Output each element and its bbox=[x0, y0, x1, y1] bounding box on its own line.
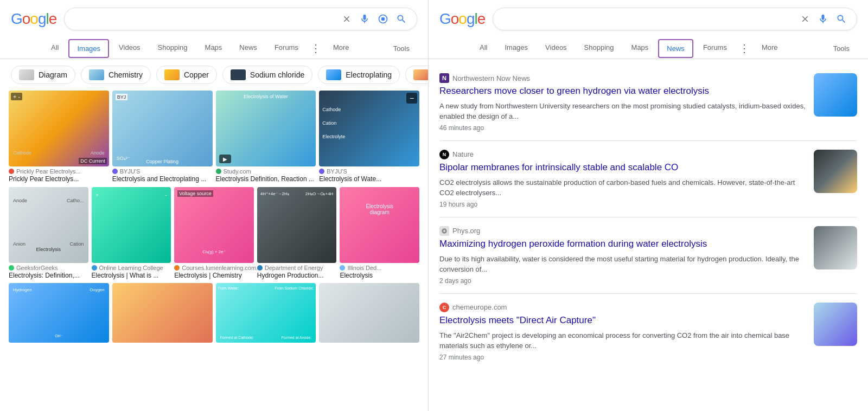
news-desc-4: The "Air2Chem" project is developing an … bbox=[439, 330, 806, 351]
left-google-logo[interactable]: Google bbox=[11, 10, 56, 28]
right-header: Google electrolysis bbox=[429, 0, 868, 36]
image-item-7[interactable]: Voltage source Cl₂(g) + 2e⁻ Courses.lume… bbox=[174, 187, 254, 280]
left-filter-chips: Diagram Chemistry Copper Sodium chloride… bbox=[0, 59, 428, 91]
chip-diagram-label: Diagram bbox=[39, 70, 67, 79]
chip-diagram-img bbox=[19, 69, 34, 80]
left-search-button[interactable] bbox=[395, 12, 408, 25]
news-title-3[interactable]: Maximizing hydrogen peroxide formation d… bbox=[439, 238, 806, 251]
minus-icon[interactable]: − bbox=[406, 93, 417, 104]
right-clear-button[interactable] bbox=[799, 13, 811, 25]
right-google-logo[interactable]: Google bbox=[439, 10, 485, 28]
news-desc-2: CO2 electrolysis allows the sustainable … bbox=[439, 177, 806, 198]
right-tab-tools[interactable]: Tools bbox=[826, 39, 857, 58]
right-tab-maps[interactable]: Maps bbox=[624, 38, 656, 59]
right-tab-more[interactable]: More bbox=[754, 38, 786, 59]
phys-icon bbox=[439, 226, 449, 236]
news-item-3: Phys.org Maximizing hydrogen peroxide fo… bbox=[439, 217, 857, 294]
left-tab-all[interactable]: All bbox=[43, 38, 66, 59]
left-lens-button[interactable] bbox=[376, 12, 390, 25]
chip-sodium-chloride[interactable]: Sodium chloride bbox=[222, 66, 312, 84]
left-header: Google electrolysis bbox=[0, 0, 428, 36]
left-tab-tools[interactable]: Tools bbox=[386, 39, 417, 58]
news-item-2: N Nature Bipolar membranes for intrinsic… bbox=[439, 141, 857, 217]
right-tab-all[interactable]: All bbox=[472, 38, 495, 59]
news-thumb-1[interactable] bbox=[814, 73, 857, 117]
chip-copper-label: Copper bbox=[184, 70, 209, 79]
right-nav-tabs: All Images Videos Shopping Maps News For… bbox=[429, 36, 868, 59]
chip-sodium-img bbox=[231, 69, 246, 80]
chip-electro-img bbox=[326, 69, 341, 80]
image-item-11[interactable] bbox=[112, 283, 213, 343]
news-thumb-2[interactable] bbox=[814, 150, 857, 193]
right-tab-images[interactable]: Images bbox=[497, 38, 535, 59]
left-tab-shopping[interactable]: Shopping bbox=[150, 38, 195, 59]
left-tab-maps[interactable]: Maps bbox=[197, 38, 230, 59]
image-item-9[interactable]: Electrolysisdiagram Illinois Ded... Elec… bbox=[340, 187, 419, 280]
news-results: N Northwestern Now News Researchers move… bbox=[429, 59, 868, 375]
image-item-3[interactable]: ▶ Electrolysis of Water Study.com Electr… bbox=[216, 91, 316, 184]
news-source-label-1: Northwestern Now News bbox=[452, 74, 530, 82]
left-search-input[interactable]: electrolysis bbox=[73, 14, 335, 24]
news-thumb-4[interactable] bbox=[814, 303, 857, 346]
left-search-bar[interactable]: electrolysis bbox=[64, 8, 417, 30]
image-item-2[interactable]: BYJ SO₄²⁻ Copper Plating BYJU'S Electrol… bbox=[112, 91, 213, 184]
svg-point-1 bbox=[381, 17, 385, 21]
news-thumb-3[interactable] bbox=[814, 226, 857, 269]
news-time-2: 19 hours ago bbox=[439, 201, 806, 208]
image-item-6[interactable]: + - Online Learning College Electrolysis… bbox=[92, 187, 171, 280]
chip-face[interactable]: Face bbox=[405, 66, 428, 84]
image-item-1[interactable]: + - DC Current Cathode Anode Prickly Pea… bbox=[9, 91, 109, 184]
news-title-4[interactable]: Electrolysis meets "Direct Air Capture" bbox=[439, 314, 806, 327]
chip-diagram[interactable]: Diagram bbox=[11, 66, 75, 84]
image-item-13[interactable] bbox=[319, 283, 419, 343]
right-tab-forums[interactable]: Forums bbox=[695, 38, 735, 59]
right-voice-search-button[interactable] bbox=[816, 12, 829, 25]
left-tab-forums[interactable]: Forums bbox=[267, 38, 306, 59]
news-source-label-2: Nature bbox=[452, 150, 474, 158]
left-panel: Google electrolysis All Images bbox=[0, 0, 429, 411]
chip-electroplating[interactable]: Electroplating bbox=[318, 66, 400, 84]
right-tab-shopping[interactable]: Shopping bbox=[577, 38, 622, 59]
play-icon[interactable]: ▶ bbox=[219, 155, 231, 163]
left-voice-search-button[interactable] bbox=[358, 12, 371, 25]
chip-copper-img bbox=[164, 69, 180, 80]
right-tab-news[interactable]: News bbox=[658, 39, 693, 58]
news-item-1: N Northwestern Now News Researchers move… bbox=[439, 65, 857, 141]
right-tab-videos[interactable]: Videos bbox=[538, 38, 575, 59]
image-item-10[interactable]: Hydrogen Oxygen OH⁻ bbox=[9, 283, 109, 343]
left-tab-news[interactable]: News bbox=[232, 38, 265, 59]
right-panel: Google electrolysis All Images Videos Sh… bbox=[429, 0, 868, 411]
image-item-8[interactable]: 4H⁺+4e⁻→2H₂ 2H₂O→O₂+4H Department of Ene… bbox=[257, 187, 337, 280]
right-tab-divider: ⋮ bbox=[739, 43, 750, 54]
news-time-3: 2 days ago bbox=[439, 277, 806, 285]
image-item-12[interactable]: From Water: From Sodium Chloride: Formed… bbox=[216, 283, 316, 343]
image-item-5[interactable]: Anode Catho... Electrolysis Anion Cation… bbox=[9, 187, 88, 280]
image-row-2: Anode Catho... Electrolysis Anion Cation… bbox=[9, 187, 419, 280]
left-tab-videos[interactable]: Videos bbox=[111, 38, 148, 59]
chip-chemistry-img bbox=[89, 69, 104, 80]
nature-icon: N bbox=[439, 150, 449, 159]
left-tab-more[interactable]: More bbox=[326, 38, 357, 59]
chip-electro-label: Electroplating bbox=[346, 70, 392, 79]
right-search-button[interactable] bbox=[835, 12, 848, 25]
left-clear-button[interactable] bbox=[341, 13, 353, 25]
chem-icon: C bbox=[439, 303, 449, 312]
right-search-bar[interactable]: electrolysis bbox=[493, 8, 857, 30]
image-row-3: Hydrogen Oxygen OH⁻ From Water: From Sod… bbox=[9, 283, 419, 343]
image-row-1: + - DC Current Cathode Anode Prickly Pea… bbox=[9, 91, 419, 184]
news-title-2[interactable]: Bipolar membranes for intrinsically stab… bbox=[439, 162, 806, 174]
image-item-4[interactable]: − Cathode Cation Electrolyte BYJU'S Elec… bbox=[319, 91, 419, 184]
chip-copper[interactable]: Copper bbox=[156, 66, 217, 84]
right-search-input[interactable]: electrolysis bbox=[502, 14, 794, 24]
chip-face-img bbox=[413, 69, 428, 80]
news-source-label-3: Phys.org bbox=[452, 227, 480, 235]
left-tab-divider: ⋮ bbox=[310, 43, 321, 54]
chip-chemistry[interactable]: Chemistry bbox=[81, 66, 151, 84]
news-title-1[interactable]: Researchers move closer to green hydroge… bbox=[439, 85, 806, 98]
news-source-1: N Northwestern Now News bbox=[439, 73, 806, 83]
left-tab-images[interactable]: Images bbox=[68, 39, 109, 58]
news-source-label-4: chemeurope.com bbox=[452, 303, 507, 311]
news-source-3: Phys.org bbox=[439, 226, 806, 236]
chip-chemistry-label: Chemistry bbox=[108, 70, 143, 79]
news-source-4: C chemeurope.com bbox=[439, 303, 806, 312]
